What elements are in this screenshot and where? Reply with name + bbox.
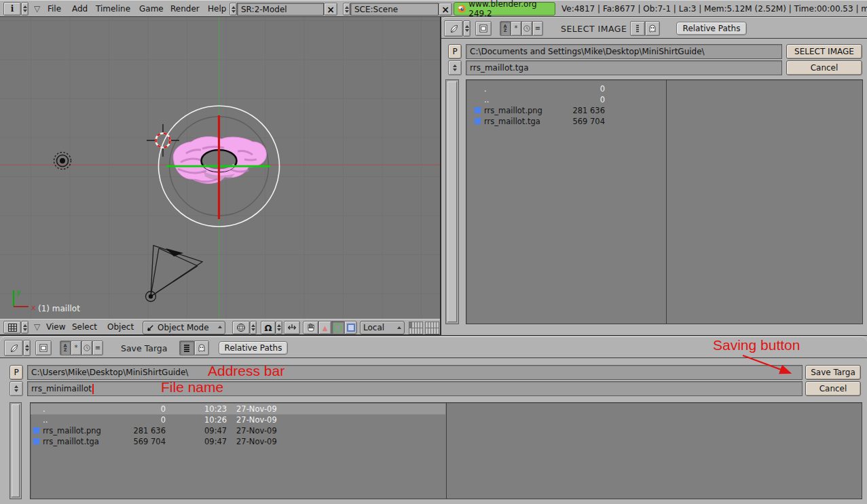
- mode-dropdown[interactable]: Object Mode: [143, 321, 225, 334]
- list-display-button[interactable]: [179, 341, 194, 355]
- version-button[interactable]: www.blender.org 249.2: [454, 2, 555, 16]
- text-cursor: [92, 384, 94, 394]
- sort-time-button[interactable]: [81, 341, 92, 355]
- menu-game[interactable]: Game: [139, 4, 164, 14]
- viewport-pan-toggle[interactable]: [303, 321, 318, 334]
- save-targa-button[interactable]: Save Targa: [805, 365, 861, 380]
- draw-type-button[interactable]: [232, 321, 250, 334]
- image-filename-field[interactable]: rrs_maillot.tga: [466, 60, 782, 75]
- filename-stepper[interactable]: [10, 381, 23, 396]
- list-detail-icon: [634, 24, 641, 33]
- fullscreen-button[interactable]: [475, 21, 492, 36]
- active-object-label: (1) maillot: [38, 304, 80, 313]
- select-image-confirm-button[interactable]: SELECT IMAGE: [786, 44, 862, 59]
- save-file-list[interactable]: . 0 10:23 27-Nov-09 .. 0 10:26 27-Nov-09…: [30, 402, 862, 499]
- viewport-canvas[interactable]: y x (1) maillot: [0, 17, 441, 319]
- close-icon: ×: [441, 4, 449, 15]
- sort-extension-button[interactable]: *: [71, 341, 81, 355]
- sort-az-icon: AZ: [63, 344, 67, 352]
- image-browser-header: AZ * ≡ SELECT IMAGE Relative Paths: [441, 17, 867, 39]
- relative-paths-button[interactable]: Relative Paths: [676, 22, 747, 35]
- scene-close-button[interactable]: ×: [439, 3, 452, 16]
- list-display-button[interactable]: [630, 21, 645, 36]
- mode-label: Object Mode: [158, 323, 215, 332]
- save-filename-field[interactable]: rrs_minimaillot: [27, 381, 803, 396]
- menu-render[interactable]: Render: [170, 4, 200, 14]
- browser-window-stepper[interactable]: [23, 340, 31, 356]
- scrollbar-thumb[interactable]: [12, 404, 20, 497]
- grid-icon: [7, 323, 18, 332]
- viewport-window-type-button[interactable]: [3, 321, 21, 334]
- browser-window-type-button[interactable]: [444, 20, 463, 37]
- save-path-field[interactable]: C:\Users\Mike\Desktop\MiniShirtGuide\: [27, 365, 803, 380]
- hide-dot-files-button[interactable]: [194, 341, 209, 355]
- screen-selector[interactable]: SR:2-Model: [237, 3, 324, 16]
- scene-stepper[interactable]: [343, 3, 350, 16]
- scrollbar-thumb[interactable]: [447, 81, 457, 322]
- window-icon: [39, 343, 48, 353]
- screen-stepper[interactable]: [229, 3, 237, 16]
- pivot-button[interactable]: Ω: [261, 321, 276, 334]
- proportional-edit-toggle[interactable]: ▲: [318, 321, 331, 334]
- triangle-icon: ▲: [322, 324, 328, 332]
- sort-size-button[interactable]: ≡: [92, 341, 103, 355]
- layer-buttons-left[interactable]: [409, 322, 423, 334]
- image-path-field[interactable]: C:\Documents and Settings\Mike\Desktop\M…: [466, 44, 782, 59]
- menu-help[interactable]: Help: [208, 4, 226, 14]
- menu-view[interactable]: View: [46, 322, 65, 332]
- menu-add[interactable]: Add: [72, 4, 88, 14]
- sort-az-icon: AZ: [503, 24, 506, 33]
- menu-file[interactable]: File: [48, 4, 61, 14]
- manipulator-button[interactable]: [284, 321, 300, 334]
- image-file-list[interactable]: . 0 .. 0 rrs_maillot.png 281 636 rrs_mai…: [466, 79, 863, 324]
- window-type-stepper[interactable]: [21, 2, 29, 16]
- relative-paths-button[interactable]: Relative Paths: [219, 341, 288, 355]
- square-icon: [347, 324, 355, 332]
- viewport-header: ▽ View Select Object Object Mode Ω ▲ Lo: [0, 319, 441, 335]
- layer-buttons-right[interactable]: [425, 322, 439, 334]
- parent-dir-button[interactable]: P: [10, 365, 23, 380]
- menu-object[interactable]: Object: [107, 322, 134, 332]
- browser-window-type-button[interactable]: [4, 340, 23, 356]
- pivot-stepper[interactable]: [276, 321, 282, 334]
- version-label: www.blender.org 249.2: [468, 0, 551, 18]
- render-preview-toggle[interactable]: [344, 321, 357, 334]
- save-list-scrollbar[interactable]: [10, 402, 22, 499]
- sort-time-button[interactable]: [521, 21, 532, 36]
- object-mode-icon: [146, 324, 155, 332]
- viewport-collapse-icon[interactable]: ▽: [34, 322, 40, 332]
- leaf-icon: [449, 24, 459, 34]
- snap-toggle[interactable]: [331, 321, 344, 334]
- annotation-address-bar: Address bar: [208, 363, 284, 379]
- draw-type-stepper[interactable]: [250, 321, 257, 334]
- parent-dir-button[interactable]: P: [448, 44, 462, 59]
- file-row: .. 0: [466, 94, 663, 105]
- filename-stepper[interactable]: [448, 60, 462, 75]
- sort-alpha-button[interactable]: AZ: [60, 341, 71, 355]
- asterisk-icon: *: [75, 345, 78, 351]
- sort-alpha-button[interactable]: AZ: [500, 21, 511, 36]
- screen-close-button[interactable]: ×: [324, 3, 337, 16]
- file-row: . 0 10:23 27-Nov-09: [31, 404, 443, 414]
- menu-select[interactable]: Select: [72, 322, 97, 332]
- file-row: rrs_maillot.tga 569 704 09:47 27-Nov-09: [31, 436, 443, 447]
- axis-y-label: y: [16, 288, 21, 296]
- viewport-window-stepper[interactable]: [21, 321, 29, 334]
- hide-dot-files-button[interactable]: [645, 21, 660, 36]
- fullscreen-button[interactable]: [35, 341, 52, 355]
- header-collapse-icon[interactable]: ▽: [34, 4, 40, 14]
- save-cancel-button[interactable]: Cancel: [805, 381, 861, 396]
- scene-selector[interactable]: SCE:Scene: [350, 3, 439, 16]
- image-list-scrollbar[interactable]: [445, 79, 459, 324]
- stepper-down-icon: [23, 9, 27, 12]
- sort-extension-button[interactable]: *: [511, 21, 521, 36]
- browser-window-stepper[interactable]: [463, 20, 471, 37]
- p-label: P: [452, 47, 457, 56]
- window-type-button[interactable]: i: [3, 2, 21, 16]
- leaf-icon: [9, 343, 19, 353]
- orientation-dropdown[interactable]: Local: [360, 321, 405, 334]
- sort-size-button[interactable]: ≡: [532, 21, 543, 36]
- browser-title: Save Targa: [121, 343, 167, 353]
- menu-timeline[interactable]: Timeline: [96, 4, 130, 14]
- image-cancel-button[interactable]: Cancel: [786, 60, 862, 75]
